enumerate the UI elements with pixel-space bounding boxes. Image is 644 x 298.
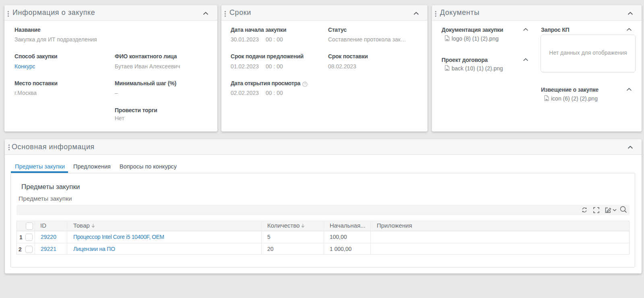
svg-text:?: ? (304, 82, 306, 86)
